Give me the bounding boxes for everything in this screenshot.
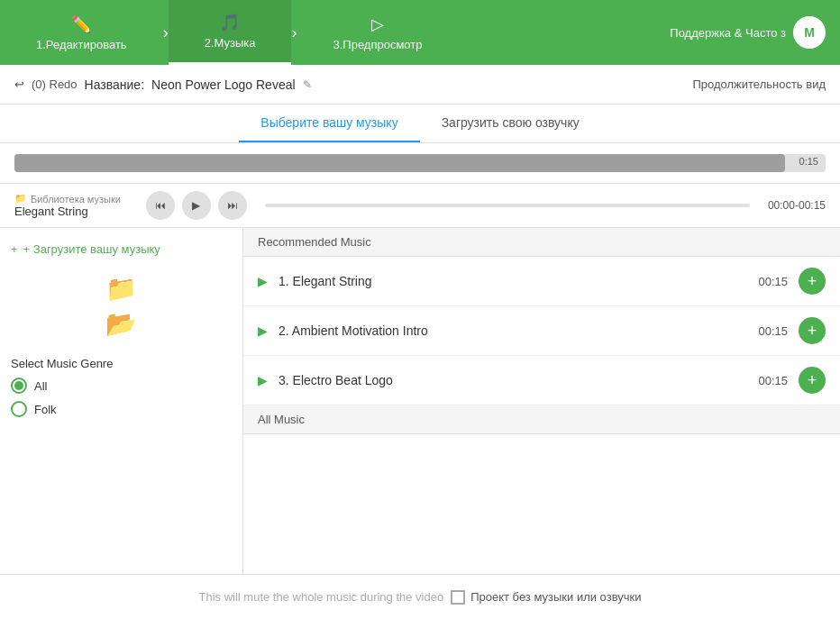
project-title: Neon Power Logo Reveal (151, 77, 296, 92)
play-button[interactable]: ▶ (182, 191, 211, 220)
genre-folk-option[interactable]: Folk (11, 401, 232, 417)
bottom-bar: This will mute the whole music during th… (0, 574, 840, 619)
title-edit-icon[interactable]: ✎ (303, 78, 312, 91)
all-music-header: All Music (243, 405, 840, 434)
open-folder-icon[interactable]: 📂 (105, 309, 137, 339)
prev-button[interactable]: ⏮ (146, 191, 175, 220)
progress-bar-fill (14, 154, 785, 172)
genre-all-option[interactable]: All (11, 378, 232, 394)
tab-upload-voiceover[interactable]: Загрузить свою озвучку (420, 105, 601, 142)
preview-step-label: 3.Предпросмотр (333, 38, 422, 51)
genre-all-label: All (34, 379, 47, 393)
progress-area: 0:15 (0, 143, 840, 184)
upload-icon: + (11, 242, 18, 256)
nav-step-music[interactable]: 🎵 2.Музыка (169, 0, 292, 65)
progress-bar[interactable]: 0:15 (14, 154, 826, 172)
track-3-name: 3. Electro Beat Logo (278, 373, 747, 387)
progress-time: 0:15 (799, 156, 818, 167)
player-progress-bar[interactable] (265, 204, 750, 207)
track-1-name: 1. Elegant String (278, 274, 747, 288)
play-track-1-button[interactable]: ▶ (258, 274, 268, 288)
track-2-name: 2. Ambient Motivation Intro (278, 323, 747, 338)
upload-music-button[interactable]: + + Загрузите вашу музыку (11, 239, 232, 259)
folder-icons: 📁 📂 (11, 267, 232, 346)
add-track-2-button[interactable]: + (799, 317, 826, 344)
track-1-duration: 00:15 (758, 275, 788, 288)
music-item-3: ▶ 3. Electro Beat Logo 00:15 + (243, 356, 840, 405)
folder-icon: 📁 (14, 193, 27, 205)
support-label: Поддержка & Часто з (670, 26, 786, 40)
next-button[interactable]: ⏭ (218, 191, 247, 220)
toolbar: ↩ (0) Redo Название: Neon Power Logo Rev… (0, 65, 840, 105)
undo-button[interactable]: ↩ (14, 77, 24, 91)
edit-step-icon: ✏️ (71, 14, 91, 34)
player-library-label: 📁 Библиотека музыки (14, 193, 121, 205)
duration-label: Продолжительность вид (692, 77, 826, 91)
genre-folk-label: Folk (34, 403, 57, 416)
tab-choose-music[interactable]: Выберите вашу музыку (239, 105, 419, 142)
main-content: + + Загрузите вашу музыку 📁 📂 Select Mus… (0, 228, 840, 577)
nav-step-preview[interactable]: ▷ 3.Предпросмотр (297, 0, 458, 65)
closed-folder-icon[interactable]: 📁 (105, 274, 137, 304)
mute-label: This will mute the whole music during th… (199, 590, 444, 604)
no-music-option[interactable]: Проект без музыки или озвучки (451, 590, 641, 605)
player-info: 📁 Библиотека музыки Elegant String (14, 193, 121, 218)
tab-bar: Выберите вашу музыку Загрузить свою озву… (0, 105, 840, 143)
play-track-2-button[interactable]: ▶ (258, 323, 268, 338)
track-3-duration: 00:15 (758, 374, 788, 387)
music-step-label: 2.Музыка (205, 36, 256, 50)
recommended-header: Recommended Music (243, 228, 840, 257)
nav-step-edit[interactable]: ✏️ 1.Редактировать (0, 0, 163, 65)
title-prefix: Название: (85, 77, 144, 92)
player-time: 00:00-00:15 (768, 199, 826, 212)
preview-step-icon: ▷ (371, 14, 384, 34)
genre-all-radio[interactable] (11, 378, 27, 394)
genre-section-label: Select Music Genre (11, 357, 232, 370)
track-2-duration: 00:15 (758, 324, 788, 338)
play-track-3-button[interactable]: ▶ (258, 373, 268, 387)
no-music-checkbox[interactable] (451, 590, 465, 605)
player-track-name: Elegant String (14, 205, 121, 218)
add-track-1-button[interactable]: + (799, 268, 826, 295)
add-track-3-button[interactable]: + (799, 367, 826, 394)
top-nav: ✏️ 1.Редактировать › 🎵 2.Музыка › ▷ 3.Пр… (0, 0, 840, 65)
player-area: 📁 Библиотека музыки Elegant String ⏮ ▶ ⏭… (0, 184, 840, 228)
nav-support: Поддержка & Часто з М (655, 0, 840, 65)
redo-button[interactable]: (0) Redo (32, 77, 78, 91)
music-step-icon: 🎵 (220, 13, 240, 32)
music-list: Recommended Music ▶ 1. Elegant String 00… (243, 228, 840, 577)
no-music-label: Проект без музыки или озвучки (470, 590, 641, 604)
music-item-2: ▶ 2. Ambient Motivation Intro 00:15 + (243, 306, 840, 356)
user-button[interactable]: М (793, 16, 826, 49)
genre-folk-radio[interactable] (11, 401, 27, 417)
sidebar: + + Загрузите вашу музыку 📁 📂 Select Mus… (0, 228, 243, 577)
music-item-1: ▶ 1. Elegant String 00:15 + (243, 257, 840, 306)
player-controls: ⏮ ▶ ⏭ (146, 191, 247, 220)
redo-label: (0) Redo (32, 77, 78, 91)
edit-step-label: 1.Редактировать (36, 38, 127, 51)
